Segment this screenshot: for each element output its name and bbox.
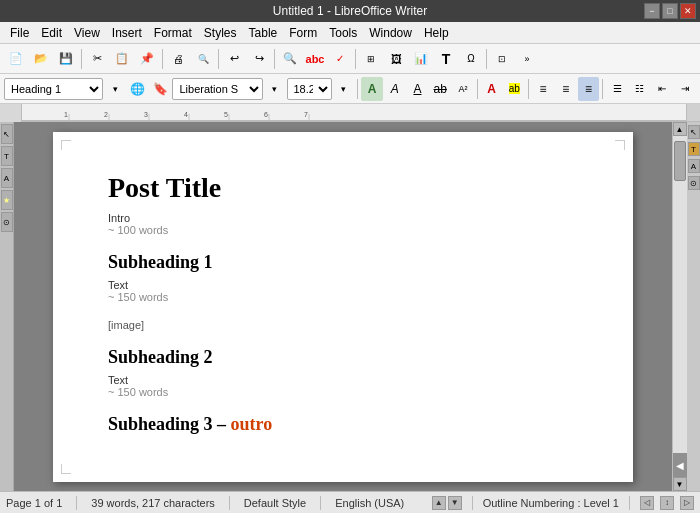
undo-button[interactable]: ↩: [222, 47, 246, 71]
bold-button[interactable]: A: [361, 77, 383, 101]
font-size-select[interactable]: 18.2: [287, 78, 332, 100]
window-title: Untitled 1 - LibreOffice Writer: [273, 4, 427, 18]
menu-file[interactable]: File: [4, 24, 35, 42]
sep6: [486, 49, 487, 69]
post-title[interactable]: Post Title: [108, 172, 578, 204]
menu-table[interactable]: Table: [243, 24, 284, 42]
text1-meta: ~ 150 words: [108, 291, 578, 303]
align-center-button[interactable]: ≡: [555, 77, 577, 101]
image-insert-button[interactable]: 🖼: [384, 47, 408, 71]
size-dropdown-btn[interactable]: ▾: [333, 77, 355, 101]
menu-bar: File Edit View Insert Format Styles Tabl…: [0, 22, 700, 44]
status-sep5: [629, 496, 630, 510]
subheading-3[interactable]: Subheading 3 – outro: [108, 414, 578, 435]
text1-label: Text: [108, 279, 578, 291]
corner-bl: [61, 464, 71, 474]
menu-window[interactable]: Window: [363, 24, 418, 42]
underline-button[interactable]: A: [407, 77, 429, 101]
horizontal-ruler[interactable]: 1 2 3 4 5 6 7: [22, 104, 686, 121]
left-tool-2[interactable]: T: [1, 146, 13, 166]
right-tool-3[interactable]: A: [688, 159, 700, 173]
list-ordered-button[interactable]: ☷: [629, 77, 651, 101]
prev-page-button[interactable]: ▲: [432, 496, 446, 510]
menu-view[interactable]: View: [68, 24, 106, 42]
intro-label: Intro: [108, 212, 578, 224]
special-char-button[interactable]: Ω: [459, 47, 483, 71]
textbox-button[interactable]: T: [434, 47, 458, 71]
menu-form[interactable]: Form: [283, 24, 323, 42]
superscript-button[interactable]: A²: [452, 77, 474, 101]
cut-button[interactable]: ✂: [85, 47, 109, 71]
menu-insert[interactable]: Insert: [106, 24, 148, 42]
scroll-up-button[interactable]: ▲: [673, 122, 687, 136]
vertical-scrollbar[interactable]: ▲ ◀ ▼: [672, 122, 686, 491]
open-button[interactable]: 📂: [29, 47, 53, 71]
font-color-button[interactable]: A: [481, 77, 503, 101]
scroll-down-button[interactable]: ▼: [673, 477, 687, 491]
left-tool-3[interactable]: A: [1, 168, 13, 188]
find-button[interactable]: 🔍: [278, 47, 302, 71]
status-btn-1[interactable]: ◁: [640, 496, 654, 510]
italic-button[interactable]: A: [384, 77, 406, 101]
spellcheck-button[interactable]: abc: [303, 47, 327, 71]
right-tool-1[interactable]: ↖: [688, 125, 700, 139]
print-button[interactable]: 🖨: [166, 47, 190, 71]
paragraph-style[interactable]: Default Style: [244, 497, 306, 509]
language[interactable]: English (USA): [335, 497, 404, 509]
menu-tools[interactable]: Tools: [323, 24, 363, 42]
new-button[interactable]: 📄: [4, 47, 28, 71]
status-btn-2[interactable]: ↕: [660, 496, 674, 510]
font-dropdown-btn[interactable]: ▾: [264, 77, 286, 101]
strikethrough-button[interactable]: ab: [429, 77, 451, 101]
indent-increase-button[interactable]: ⇥: [674, 77, 696, 101]
document-scroll[interactable]: Post Title Intro ~ 100 words Subheading …: [14, 122, 672, 491]
spellcheck2-button[interactable]: ✓: [328, 47, 352, 71]
svg-text:4: 4: [184, 111, 188, 118]
close-button[interactable]: ✕: [680, 3, 696, 19]
svg-text:1: 1: [64, 111, 68, 118]
indent-decrease-button[interactable]: ⇤: [652, 77, 674, 101]
right-tool-4[interactable]: ⊙: [688, 176, 700, 190]
left-tool-4[interactable]: ★: [1, 190, 13, 210]
left-tool-1[interactable]: ↖: [1, 124, 13, 144]
print-preview-button[interactable]: 🔍: [191, 47, 215, 71]
menu-format[interactable]: Format: [148, 24, 198, 42]
left-tool-5[interactable]: ⊙: [1, 212, 13, 232]
paste-button[interactable]: 📌: [135, 47, 159, 71]
status-btn-3[interactable]: ▷: [680, 496, 694, 510]
font-name-select[interactable]: Liberation S: [172, 78, 262, 100]
redo-button[interactable]: ↪: [247, 47, 271, 71]
menu-help[interactable]: Help: [418, 24, 455, 42]
table-insert-button[interactable]: ⊞: [359, 47, 383, 71]
copy-button[interactable]: 📋: [110, 47, 134, 71]
align-left-button[interactable]: ≡: [532, 77, 554, 101]
subheading-2[interactable]: Subheading 2: [108, 347, 578, 368]
menu-edit[interactable]: Edit: [35, 24, 68, 42]
highlight-button[interactable]: ab: [503, 77, 525, 101]
minimize-button[interactable]: −: [644, 3, 660, 19]
align-right-button[interactable]: ≡: [578, 77, 600, 101]
main-area: ↖ T A ★ ⊙ Post Title Intro ~ 100 words S…: [0, 122, 700, 491]
scrollbar-thumb[interactable]: [674, 141, 686, 181]
list-unordered-button[interactable]: ☰: [606, 77, 628, 101]
chart-button[interactable]: 📊: [409, 47, 433, 71]
maximize-button[interactable]: □: [662, 3, 678, 19]
status-sep3: [320, 496, 321, 510]
subheading-1[interactable]: Subheading 1: [108, 252, 578, 273]
sep9: [528, 79, 529, 99]
status-bar: Page 1 of 1 39 words, 217 characters Def…: [0, 491, 700, 513]
right-tool-2[interactable]: T: [688, 142, 700, 156]
save-button[interactable]: 💾: [54, 47, 78, 71]
style-dropdown-btn[interactable]: ▾: [104, 77, 126, 101]
scrollbar-track[interactable]: [673, 136, 687, 453]
svg-text:2: 2: [104, 111, 108, 118]
field-button[interactable]: ⊡: [490, 47, 514, 71]
styles-icon[interactable]: 🔖: [150, 77, 172, 101]
next-page-button[interactable]: ▼: [448, 496, 462, 510]
menu-styles[interactable]: Styles: [198, 24, 243, 42]
panel-collapse-button[interactable]: ◀: [673, 453, 687, 477]
sep3: [218, 49, 219, 69]
more-button[interactable]: »: [515, 47, 539, 71]
paragraph-style-select[interactable]: Heading 1: [4, 78, 103, 100]
corner-tl: [61, 140, 71, 150]
